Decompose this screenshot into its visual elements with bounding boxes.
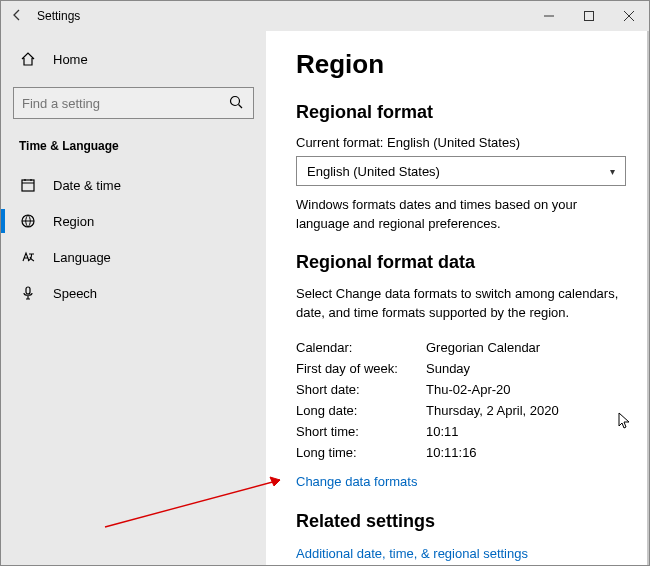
sidebar-item-label: Date & time — [53, 178, 121, 193]
row-short-date: Short date:Thu-02-Apr-20 — [296, 382, 625, 397]
maximize-button[interactable] — [569, 1, 609, 31]
sidebar-item-speech[interactable]: Speech — [1, 275, 266, 311]
calendar-icon — [19, 176, 37, 194]
globe-icon — [19, 212, 37, 230]
sidebar-item-date-time[interactable]: Date & time — [1, 167, 266, 203]
scrollbar[interactable] — [647, 31, 649, 565]
format-select[interactable]: English (United States) ▾ — [296, 156, 626, 186]
home-icon — [19, 50, 37, 68]
sidebar-home[interactable]: Home — [1, 41, 266, 77]
row-long-date: Long date:Thursday, 2 April, 2020 — [296, 403, 625, 418]
svg-rect-0 — [585, 12, 594, 21]
sidebar-home-label: Home — [53, 52, 88, 67]
minimize-button[interactable] — [529, 1, 569, 31]
microphone-icon — [19, 284, 37, 302]
additional-settings-link[interactable]: Additional date, time, & regional settin… — [296, 546, 528, 561]
back-button[interactable] — [1, 8, 33, 25]
search-input[interactable] — [22, 96, 229, 111]
regional-format-data-heading: Regional format data — [296, 252, 625, 273]
sidebar-item-language[interactable]: Language — [1, 239, 266, 275]
sidebar: Home Time & Language Date & time Region … — [1, 31, 266, 565]
sidebar-section-title: Time & Language — [1, 133, 266, 167]
svg-rect-4 — [26, 287, 30, 294]
sidebar-item-label: Language — [53, 250, 111, 265]
format-data-description: Select Change data formats to switch amo… — [296, 285, 625, 323]
format-description: Windows formats dates and times based on… — [296, 196, 625, 234]
search-box[interactable] — [13, 87, 254, 119]
related-settings-heading: Related settings — [296, 511, 625, 532]
row-first-day: First day of week:Sunday — [296, 361, 625, 376]
language-icon — [19, 248, 37, 266]
current-format-label: Current format: English (United States) — [296, 135, 625, 150]
sidebar-item-label: Region — [53, 214, 94, 229]
change-data-formats-link[interactable]: Change data formats — [296, 474, 417, 489]
row-long-time: Long time:10:11:16 — [296, 445, 625, 460]
regional-format-heading: Regional format — [296, 102, 625, 123]
row-calendar: Calendar:Gregorian Calendar — [296, 340, 625, 355]
chevron-down-icon: ▾ — [610, 166, 615, 177]
main-content: Region Regional format Current format: E… — [266, 31, 649, 565]
sidebar-item-region[interactable]: Region — [1, 203, 266, 239]
page-title: Region — [296, 49, 625, 80]
svg-point-1 — [231, 97, 240, 106]
close-button[interactable] — [609, 1, 649, 31]
titlebar: Settings — [1, 1, 649, 31]
search-icon — [229, 95, 245, 111]
format-select-value: English (United States) — [307, 164, 440, 179]
svg-rect-2 — [22, 180, 34, 191]
sidebar-item-label: Speech — [53, 286, 97, 301]
row-short-time: Short time:10:11 — [296, 424, 625, 439]
window-title: Settings — [33, 9, 80, 23]
